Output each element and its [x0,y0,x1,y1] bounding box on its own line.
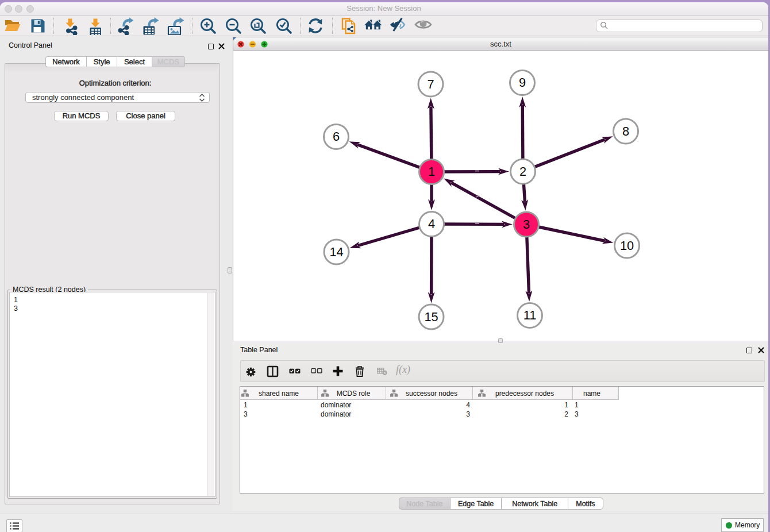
svg-text:9: 9 [519,75,526,90]
svg-text:11: 11 [523,308,537,322]
svg-text:2: 2 [519,164,526,179]
svg-text:7: 7 [427,77,434,91]
svg-text:4: 4 [428,217,435,231]
svg-text:1: 1 [428,164,435,179]
svg-text:8: 8 [622,124,629,138]
svg-text:6: 6 [333,129,340,144]
svg-text:10: 10 [620,238,634,253]
svg-text:3: 3 [523,217,530,232]
svg-text:14: 14 [329,245,343,259]
svg-text:15: 15 [424,310,438,324]
